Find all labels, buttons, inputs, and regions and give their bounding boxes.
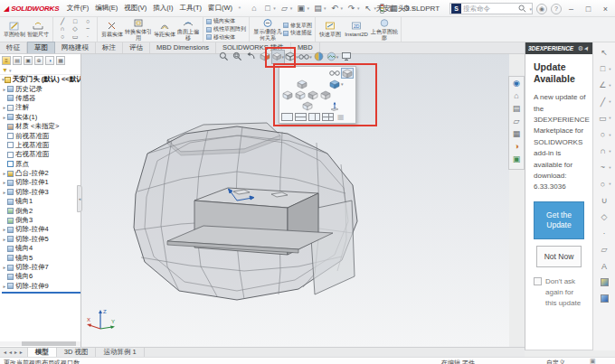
menu-pin-icon[interactable]: * [236,5,244,12]
fillet-tool-button[interactable]: ∪ [593,192,615,209]
tree-item-annotations[interactable]: ▸注解 [2,103,80,112]
tree-item-right-plane[interactable]: 右视基准面 [2,150,80,159]
smart-dimension-button[interactable]: 智能尺寸 [26,21,50,38]
arc-tool-button[interactable]: ∩▾ [593,143,615,159]
select-tool-button[interactable]: ↖ [593,44,615,61]
print-button[interactable]: ▤▾ [311,1,328,15]
sketch-picture-button[interactable] [593,291,615,307]
view-settings-button[interactable] [339,50,353,64]
linear-sketch-pattern-button[interactable]: 线性草图阵列 [206,25,246,33]
tab-3d-views[interactable]: 3D 视图 [57,348,97,357]
tree-item-cut-extrude9[interactable]: ▸切除-拉伸9 [2,282,80,291]
tree-item-history[interactable]: ▸历史记录 [2,84,80,93]
tree-item-chamfer2[interactable]: 倒角2 [2,206,80,215]
status-customize[interactable]: 自定义 [546,359,565,364]
four-view-button[interactable] [322,113,334,121]
menu-tools[interactable]: 工具(T) [176,0,205,16]
menu-view[interactable]: 视图(V) [121,0,150,16]
chevron-down-icon[interactable]: ▾ [341,81,344,87]
search-icon[interactable] [518,5,526,13]
move-entities-button[interactable]: 移动实体 [206,33,246,42]
tab-evaluate[interactable]: 评估 [123,42,150,53]
home-icon[interactable]: ⌂ [510,89,523,102]
ellipse-icon[interactable]: ○ [56,33,69,42]
tab-features[interactable]: 特征 [0,42,27,53]
rapid-sketch-button[interactable]: 快速草图 [318,21,342,38]
tree-item-cut-extrude1[interactable]: ▸切除-拉伸1 [2,178,80,187]
tree-item-top-plane[interactable]: 上视基准面 [2,141,80,150]
sketch-edit-button[interactable] [593,275,615,291]
plane-tool-button[interactable]: ▱ [593,241,615,257]
front-view-button[interactable] [294,89,307,100]
instant2d-button[interactable]: 2D Instant2D [342,21,371,38]
home-button[interactable]: ⌂ [247,1,260,15]
previous-view-button[interactable] [244,50,258,64]
text-tool-button[interactable]: A [593,257,615,274]
apply-scene-button[interactable]: ▾ [326,50,339,64]
offset-on-surface-button[interactable]: 曲面上偏移 [176,18,200,42]
offset-entities-button[interactable]: 等距实体 [153,21,176,38]
polygon-tool-button[interactable]: ◇ [593,209,615,225]
close-button[interactable]: × [598,1,613,16]
tree-item-mirror1[interactable]: 镜向1 [2,197,80,206]
restore-button[interactable]: □ [581,1,596,16]
tree-item-cut-extrude4[interactable]: ▸切除-拉伸4 [2,225,80,234]
spline-tool-button[interactable]: ~▾ [593,159,615,175]
circle-tool-button[interactable]: ○▾ [593,126,615,143]
search-dropdown-icon[interactable]: ▾ [529,6,532,12]
tree-item-material[interactable]: 材质 <未指定> [2,122,80,131]
tab-mesh-modeling[interactable]: 网格建模 [55,42,96,53]
point-icon[interactable]: · [81,33,94,42]
left-view-button[interactable] [281,89,294,100]
help-icon[interactable]: ? [551,4,562,14]
slot-tool-button[interactable]: ▭▾ [593,110,615,126]
menu-insert[interactable]: 插入(I) [150,0,176,16]
solidworks-resources-icon[interactable]: ▤ [510,102,523,115]
get-the-update-button[interactable]: Get the Update [534,201,584,239]
section-view-button[interactable] [258,50,271,64]
menu-file[interactable]: 文件(F) [63,0,92,16]
polygon-icon[interactable]: ◇ [69,25,81,33]
zoom-to-area-button[interactable] [231,50,244,64]
panel-splitter-handle[interactable]: ◂ [77,185,82,212]
spline-icon[interactable]: ~ [81,25,94,33]
tab-motion-study[interactable]: 运动算例 1 [96,348,144,357]
tree-filter[interactable]: ▼ ▾ [0,66,80,75]
quick-snaps-button[interactable]: 快速捕捉 [283,30,312,38]
two-view-vertical-button[interactable] [308,113,320,121]
line-icon[interactable]: ╱ [56,18,69,26]
scrollbar-thumb[interactable] [22,341,76,346]
rectangle-tool-button[interactable]: □▾ [593,61,615,77]
tab-sketch[interactable]: 草图 [27,42,55,53]
menu-edit[interactable]: 编辑(E) [92,0,121,16]
displaymanager-icon[interactable]: ◑ [45,56,54,65]
tree-item-sensors[interactable]: 传感器 [2,94,80,103]
not-now-button[interactable]: Not Now [536,246,582,267]
dont-ask-again-checkbox[interactable] [534,277,542,285]
right-view-button[interactable] [307,89,319,100]
tree-horizontal-scrollbar[interactable] [0,341,80,346]
display-delete-relations-button[interactable]: 显示/删除几何关系 [252,18,283,42]
isometric-view-button[interactable] [328,79,341,89]
back-view-button[interactable] [319,89,332,100]
tree-item-mirror4[interactable]: 镜向4 [2,244,80,253]
single-view-button[interactable] [281,113,293,121]
tree-root-item[interactable]: ▾ 天安门头 (默认) <<默认>_显示 [2,75,80,84]
rectangle-icon[interactable]: □ [69,18,81,26]
tree-item-cut-extrude7[interactable]: ▸切除-拉伸7 [2,263,80,272]
circle-icon[interactable]: ○ [81,18,94,26]
point-tool-button[interactable]: · [593,225,615,241]
rollback-bar[interactable] [2,292,81,294]
slot-icon[interactable]: ▭ [69,33,81,42]
view-selector-cube-button[interactable] [341,68,354,79]
tree-item-mirror5[interactable]: 镜向5 [2,253,80,262]
open-button[interactable]: ▱▾ [278,1,295,15]
tree-item-solid-bodies[interactable]: ▸实体(1) [2,113,80,122]
tree-item-cut-extrude3[interactable]: ▸切除-拉伸3 [2,188,80,197]
undo-button[interactable]: ↶▾ [327,1,345,15]
shaded-sketch-contours-button[interactable]: 上色草图轮廓 [371,18,398,42]
graphics-viewport[interactable]: ▾ ▾ ▾ ▾ [81,54,509,347]
menu-window[interactable]: 窗口(W) [205,0,236,16]
tree-item-origin[interactable]: 原点 [2,160,80,169]
line-tool-button[interactable]: ╱▾ [593,94,615,110]
